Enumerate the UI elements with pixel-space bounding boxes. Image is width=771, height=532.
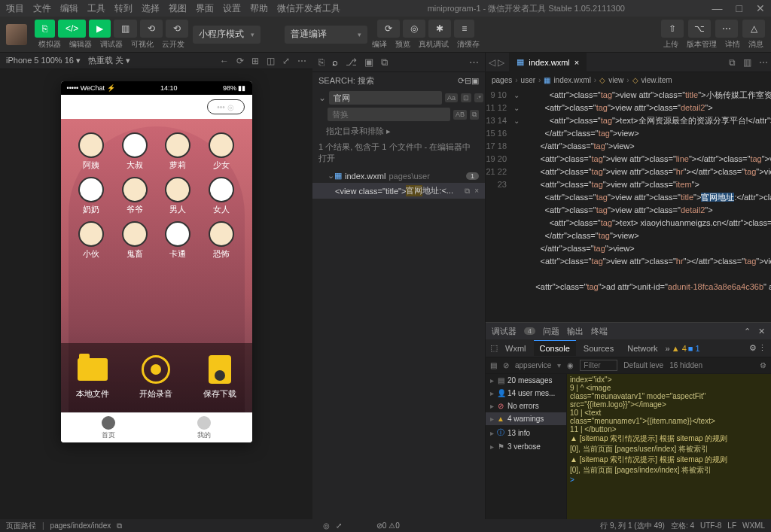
voice-item[interactable]: 爷爷 bbox=[113, 177, 157, 215]
voice-item[interactable]: 恐怖 bbox=[200, 221, 243, 260]
cloud-dev-button2[interactable]: ⟲ bbox=[166, 20, 188, 38]
sim-expand-icon[interactable]: ⤢ bbox=[282, 56, 290, 66]
explorer-icon[interactable]: ⎘ bbox=[318, 56, 325, 68]
tab-home[interactable]: 首页 bbox=[61, 413, 157, 442]
minimize-button[interactable]: — bbox=[712, 2, 723, 14]
breadcrumb-seg[interactable]: view.item bbox=[641, 76, 672, 84]
clear-icon[interactable]: ⊟ bbox=[465, 76, 471, 86]
encoding-indicator[interactable]: UTF-8 bbox=[700, 521, 721, 530]
dismiss-match-icon[interactable]: × bbox=[474, 187, 479, 196]
chevron-up-icon[interactable]: ⌃ bbox=[744, 327, 751, 336]
sim-expand-icon[interactable]: ⤢ bbox=[336, 521, 342, 530]
maximize-button[interactable]: □ bbox=[736, 2, 742, 14]
branch-icon[interactable]: ⎇ bbox=[346, 56, 357, 68]
devtools-tab-problems[interactable]: 问题 bbox=[543, 326, 559, 337]
details-button[interactable]: ⋯ bbox=[715, 20, 738, 38]
language-indicator[interactable]: WXML bbox=[742, 521, 765, 530]
warning-count[interactable]: ▲ 4 bbox=[672, 344, 687, 353]
close-tab-icon[interactable]: × bbox=[574, 58, 579, 67]
include-exclude-toggle[interactable]: 指定目录和排除 ▸ bbox=[312, 123, 485, 140]
save-download-button[interactable]: 保存下载 bbox=[203, 354, 236, 400]
refresh-icon[interactable]: ⟳ bbox=[458, 76, 465, 86]
tab-sources[interactable]: Sources bbox=[577, 341, 620, 356]
sidebar-toggle-icon[interactable]: ▤ bbox=[490, 361, 497, 369]
levels-select[interactable]: Default leve bbox=[623, 361, 663, 369]
voice-item[interactable]: 少女 bbox=[200, 132, 243, 171]
menu-item[interactable]: 设置 bbox=[223, 2, 241, 15]
collapse-icon[interactable]: ▣ bbox=[471, 76, 479, 86]
tab-console[interactable]: Console bbox=[534, 340, 576, 356]
search-file-row[interactable]: ⌄ ▦ index.wxml pages\user 1 bbox=[312, 169, 485, 183]
breadcrumb-seg[interactable]: index.wxml bbox=[553, 76, 590, 84]
menu-item[interactable]: 文件 bbox=[33, 2, 51, 15]
match-case-toggle[interactable]: Aa bbox=[445, 93, 458, 102]
console-filter-row[interactable]: ▸ 👤 14 user mes... bbox=[486, 387, 566, 400]
tab-wxml[interactable]: Wxml bbox=[499, 341, 532, 356]
replace-input[interactable] bbox=[328, 108, 450, 121]
gear-icon[interactable]: ⚙ bbox=[760, 361, 766, 369]
info-count[interactable]: ■ 1 bbox=[688, 344, 700, 353]
voice-item[interactable]: 卡通 bbox=[157, 221, 200, 260]
replace-match-icon[interactable]: ⧉ bbox=[465, 187, 470, 196]
devtools-tab-terminal[interactable]: 终端 bbox=[591, 326, 608, 337]
copy-icon[interactable]: ⧉ bbox=[381, 56, 388, 68]
upload-button[interactable]: ⇧ bbox=[661, 20, 684, 38]
compile-select[interactable]: 普通编译▾ bbox=[285, 26, 367, 44]
editor-toggle[interactable]: </> bbox=[58, 20, 86, 38]
box-icon[interactable]: ▣ bbox=[364, 56, 373, 68]
preview-button[interactable]: ◎ bbox=[403, 20, 425, 38]
version-button[interactable]: ⌥ bbox=[688, 20, 711, 38]
search-match-row[interactable]: <view class="title">官网地址:<... ⧉× bbox=[312, 183, 485, 199]
voice-item[interactable]: 萝莉 bbox=[157, 132, 200, 171]
clear-cache-button[interactable]: ≡ bbox=[454, 20, 474, 38]
sim-eye-icon[interactable]: ◎ bbox=[323, 521, 330, 530]
editor-tab[interactable]: ▦ index.wxml × bbox=[509, 53, 587, 72]
voice-item[interactable]: 奶奶 bbox=[70, 177, 114, 215]
voice-item[interactable]: 女人 bbox=[200, 177, 243, 215]
menu-item[interactable]: 视图 bbox=[169, 2, 187, 15]
menu-item[interactable]: 转到 bbox=[114, 2, 133, 15]
search-input[interactable] bbox=[329, 91, 442, 105]
kebab-icon[interactable]: ⋮ bbox=[758, 343, 766, 353]
message-button[interactable]: △ bbox=[742, 20, 765, 38]
menu-item[interactable]: 工具 bbox=[87, 2, 105, 15]
console-filter-row[interactable]: ▸ ⊘ No errors bbox=[486, 400, 566, 412]
preserve-case-toggle[interactable]: AB bbox=[453, 110, 467, 120]
context-select[interactable]: appservice bbox=[515, 361, 551, 369]
menu-item[interactable]: 项目 bbox=[6, 2, 24, 15]
console-filter-row[interactable]: ▸ ▤ 20 messages bbox=[486, 374, 566, 387]
console-filter-row[interactable]: ▸ ▲ 4 warnings bbox=[486, 412, 566, 425]
expand-replace-chevron[interactable]: ⌄ bbox=[318, 93, 326, 103]
device-select[interactable]: iPhone 5 100% 16 ▾ bbox=[6, 56, 81, 65]
voice-item[interactable]: 鬼畜 bbox=[113, 221, 157, 260]
user-avatar[interactable] bbox=[6, 24, 27, 45]
indent-indicator[interactable]: 空格: 4 bbox=[671, 521, 694, 531]
voice-item[interactable]: 小伙 bbox=[70, 221, 114, 260]
debugger-toggle[interactable]: ▶ bbox=[89, 20, 111, 38]
simulator-toggle[interactable]: ⎘ bbox=[35, 20, 55, 38]
close-button[interactable]: ✕ bbox=[756, 2, 765, 14]
hot-reload-toggle[interactable]: 热重载 关 ▾ bbox=[88, 55, 130, 66]
console-filter-row[interactable]: ▸ ⚑ 3 verbose bbox=[486, 440, 566, 453]
more-icon[interactable]: ⋯ bbox=[469, 56, 479, 68]
sim-grid-icon[interactable]: ⊞ bbox=[251, 56, 259, 66]
gear-icon[interactable]: ⚙ bbox=[749, 343, 757, 353]
whole-word-toggle[interactable]: ⊡ bbox=[461, 93, 471, 102]
visual-toggle[interactable]: ▥ bbox=[114, 20, 137, 38]
compare-icon[interactable]: ⧉ bbox=[729, 57, 736, 68]
sim-refresh-icon[interactable]: ⟳ bbox=[236, 56, 244, 66]
more-tabs-icon[interactable]: » bbox=[666, 344, 670, 353]
devtools-tab-output[interactable]: 输出 bbox=[567, 326, 584, 337]
cursor-position[interactable]: 行 9, 列 1 (选中 49) bbox=[600, 521, 665, 531]
console-filter-row[interactable]: ▸ ⓘ 13 info bbox=[486, 425, 566, 440]
inspect-icon[interactable]: ⬚ bbox=[490, 343, 498, 353]
more-icon[interactable]: ⋯ bbox=[759, 57, 768, 68]
menu-item[interactable]: 帮助 bbox=[250, 2, 268, 15]
voice-item[interactable]: 阿姨 bbox=[70, 132, 114, 171]
compile-button[interactable]: ⟳ bbox=[377, 20, 400, 38]
regex-toggle[interactable]: ·* bbox=[474, 93, 483, 102]
tab-mine[interactable]: 我的 bbox=[157, 413, 252, 442]
breadcrumb-seg[interactable]: user bbox=[521, 76, 535, 84]
tab-history-icon[interactable]: ◁ ▷ bbox=[489, 57, 504, 68]
breadcrumb[interactable]: pages› user› ▦ index.wxml› ◇ view› ◇ vie… bbox=[486, 72, 771, 87]
